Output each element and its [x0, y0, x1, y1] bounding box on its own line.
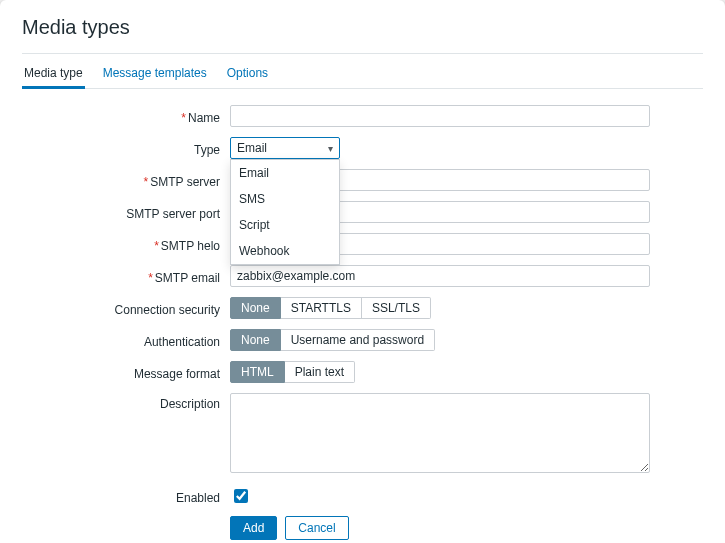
label-enabled-text: Enabled	[176, 491, 220, 505]
msgfmt-html[interactable]: HTML	[230, 361, 285, 383]
cancel-button[interactable]: Cancel	[285, 516, 348, 540]
label-enabled: Enabled	[22, 487, 230, 505]
media-type-form: *Name Type Email ▾ Email SMS	[22, 101, 703, 540]
connection-security-group: None STARTTLS SSL/TLS	[230, 297, 703, 319]
label-description-text: Description	[160, 397, 220, 411]
label-authentication-text: Authentication	[144, 335, 220, 349]
type-option-webhook[interactable]: Webhook	[231, 238, 339, 264]
label-description: Description	[22, 393, 230, 411]
add-button[interactable]: Add	[230, 516, 277, 540]
authentication-group: None Username and password	[230, 329, 703, 351]
label-smtp-email: *SMTP email	[22, 267, 230, 285]
spacer	[22, 516, 230, 520]
conn-sec-ssltls[interactable]: SSL/TLS	[362, 297, 431, 319]
label-authentication: Authentication	[22, 331, 230, 349]
conn-sec-starttls[interactable]: STARTTLS	[281, 297, 362, 319]
required-marker: *	[148, 271, 153, 285]
label-message-format: Message format	[22, 363, 230, 381]
tab-media-type[interactable]: Media type	[22, 62, 85, 89]
tabs: Media type Message templates Options	[22, 54, 703, 89]
auth-none[interactable]: None	[230, 329, 281, 351]
required-marker: *	[154, 239, 159, 253]
page-title: Media types	[22, 14, 703, 45]
type-select[interactable]: Email ▾	[230, 137, 340, 159]
conn-sec-none[interactable]: None	[230, 297, 281, 319]
type-selected-value: Email	[237, 141, 267, 155]
label-type: Type	[22, 139, 230, 157]
type-option-script[interactable]: Script	[231, 212, 339, 238]
name-input[interactable]	[230, 105, 650, 127]
tab-options[interactable]: Options	[225, 62, 270, 88]
type-option-email[interactable]: Email	[231, 160, 339, 186]
required-marker: *	[144, 175, 149, 189]
smtp-email-input[interactable]	[230, 265, 650, 287]
label-connection-security-text: Connection security	[115, 303, 220, 317]
msgfmt-plain[interactable]: Plain text	[285, 361, 355, 383]
form-buttons: Add Cancel	[230, 516, 703, 540]
label-smtp-helo: *SMTP helo	[22, 235, 230, 253]
auth-userpass[interactable]: Username and password	[281, 329, 435, 351]
label-message-format-text: Message format	[134, 367, 220, 381]
label-type-text: Type	[194, 143, 220, 157]
chevron-down-icon: ▾	[328, 143, 333, 154]
label-smtp-email-text: SMTP email	[155, 271, 220, 285]
label-name-text: Name	[188, 111, 220, 125]
message-format-group: HTML Plain text	[230, 361, 703, 383]
required-marker: *	[181, 111, 186, 125]
enabled-checkbox[interactable]	[234, 489, 248, 503]
description-textarea[interactable]	[230, 393, 650, 473]
label-name: *Name	[22, 107, 230, 125]
label-connection-security: Connection security	[22, 299, 230, 317]
type-option-sms[interactable]: SMS	[231, 186, 339, 212]
label-smtp-helo-text: SMTP helo	[161, 239, 220, 253]
tab-message-templates[interactable]: Message templates	[101, 62, 209, 88]
label-smtp-server-text: SMTP server	[150, 175, 220, 189]
label-smtp-server: *SMTP server	[22, 171, 230, 189]
label-smtp-server-port-text: SMTP server port	[126, 207, 220, 221]
label-smtp-server-port: SMTP server port	[22, 203, 230, 221]
type-dropdown: Email SMS Script Webhook	[230, 159, 340, 265]
